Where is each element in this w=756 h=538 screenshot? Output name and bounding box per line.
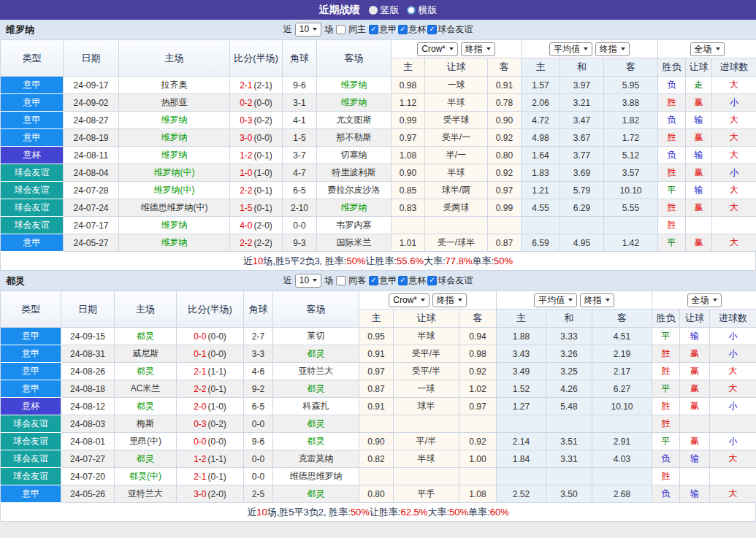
full-time-score: 2-1 xyxy=(239,80,253,91)
full-time-score: 1-0 xyxy=(239,168,253,178)
corner-score: 0-0 xyxy=(283,217,317,234)
chevron-down-icon xyxy=(458,299,462,301)
away-team: 都灵 xyxy=(273,433,359,450)
average-time-select[interactable]: 终指 xyxy=(580,293,614,307)
result-outcome: 负 xyxy=(652,450,680,468)
league-type-badge: 意甲 xyxy=(1,363,61,380)
handicap-home-odds: 0.80 xyxy=(359,485,394,503)
league-filter: 意杯 xyxy=(398,274,426,287)
avg-draw-odds: 5.48 xyxy=(546,398,592,415)
checkbox-checked-icon[interactable] xyxy=(398,276,408,285)
result-handicap: 赢 xyxy=(680,398,710,415)
checkbox-checked-icon[interactable] xyxy=(427,25,437,34)
avg-away-odds: 10.10 xyxy=(592,398,652,415)
result-goals xyxy=(710,415,756,433)
league-filter-label: 球会友谊 xyxy=(438,23,473,36)
match-date: 24-09-02 xyxy=(64,94,119,112)
result-handicap: 输 xyxy=(686,147,712,164)
games-label: 场 xyxy=(324,23,333,36)
league-filter-label: 意杯 xyxy=(408,23,426,36)
same-away-checkbox[interactable] xyxy=(336,276,345,285)
layout-option-selected[interactable]: 竖版 xyxy=(369,4,400,17)
full-time-score: 2-2 xyxy=(239,185,253,196)
average-time-value: 终指 xyxy=(584,295,602,305)
recent-results-table-torino: 类型 日期 主场 比分(半场) 角球 客场 Crow* 终指 平均值 终指 xyxy=(0,291,756,503)
handicap-time-value: 终指 xyxy=(465,44,483,54)
home-team: 都灵 xyxy=(115,450,177,468)
layout-option-unselected[interactable]: 横版 xyxy=(407,4,438,17)
same-home-checkbox[interactable] xyxy=(336,25,345,34)
away-team: 维罗纳 xyxy=(317,199,392,217)
avg-away-odds xyxy=(604,217,658,234)
half-time-score: (2-0) xyxy=(207,489,227,499)
match-count-select[interactable]: 10 xyxy=(295,274,321,288)
chevron-down-icon xyxy=(716,47,720,50)
corner-score: 1-5 xyxy=(283,129,317,147)
league-type-badge: 意甲 xyxy=(1,485,61,503)
filter-bar: 维罗纳 近 10 场 同主 意甲意杯球会友谊 xyxy=(0,20,756,39)
table-row: 意甲24-08-31威尼斯0-1(0-0)3-3都灵0.91受平/半0.983.… xyxy=(1,345,756,363)
average-time-select[interactable]: 终指 xyxy=(595,42,630,56)
full-time-score: 2-2 xyxy=(193,384,207,394)
score-cell: 3-0(2-0) xyxy=(177,485,244,503)
handicap-line: 一球 xyxy=(394,380,459,398)
checkbox-checked-icon[interactable] xyxy=(369,25,378,34)
handicap-line: 平手 xyxy=(394,485,459,503)
handicap-away-odds: 1.08 xyxy=(459,485,497,503)
subcol-avg-home: 主 xyxy=(522,58,560,77)
match-count-select[interactable]: 10 xyxy=(295,23,321,36)
bookmaker-select[interactable]: Crow* xyxy=(417,42,458,56)
filter-controls: 近 10 场 同主 意甲意杯球会友谊 xyxy=(283,23,473,36)
checkbox-checked-icon[interactable] xyxy=(398,25,408,34)
home-team: 都灵(中) xyxy=(115,468,177,485)
avg-draw-odds: 6.29 xyxy=(560,199,604,217)
avg-home-odds: 2.52 xyxy=(497,485,546,503)
handicap-time-select[interactable]: 终指 xyxy=(461,42,495,56)
away-team: 韦罗内塞 xyxy=(317,217,392,234)
avg-away-odds: 5.95 xyxy=(604,77,658,94)
corner-score: 6-5 xyxy=(283,182,317,199)
match-date: 24-08-26 xyxy=(61,363,115,380)
handicap-time-select[interactable]: 终指 xyxy=(432,293,467,307)
handicap-away-odds: 1.00 xyxy=(459,450,497,468)
avg-home-odds: 2.14 xyxy=(497,433,546,450)
league-filters: 意甲意杯球会友谊 xyxy=(369,23,473,36)
summary-stat-value: 77.8% xyxy=(446,255,473,266)
full-time-score: 2-2 xyxy=(239,238,253,248)
checkbox-checked-icon[interactable] xyxy=(427,276,437,285)
average-select[interactable]: 平均值 xyxy=(549,42,592,56)
league-filter: 球会友谊 xyxy=(427,274,473,287)
score-cell: 2-2(0-1) xyxy=(177,380,244,398)
avg-home-odds: 1.21 xyxy=(522,182,560,199)
avg-away-odds xyxy=(592,415,652,433)
filter-controls: 近 10 场 同客 意甲意杯球会友谊 xyxy=(283,274,473,288)
result-goals: 小 xyxy=(710,328,756,345)
same-away-label: 同客 xyxy=(348,274,366,287)
result-goals: 大 xyxy=(712,77,756,94)
half-time-score: (0-0) xyxy=(253,98,273,108)
result-goals: 大 xyxy=(710,450,756,468)
col-header-type: 类型 xyxy=(1,291,61,328)
summary-stat-value: 62.5% xyxy=(401,507,428,518)
home-team: 维罗纳 xyxy=(119,147,230,164)
chevron-down-icon xyxy=(568,299,573,301)
summary-text: 单率: xyxy=(472,255,494,268)
avg-draw-odds: 3.69 xyxy=(560,164,604,182)
checkbox-checked-icon[interactable] xyxy=(369,276,378,285)
summary-stat-value: 50% xyxy=(351,507,370,518)
scope-select[interactable]: 全场 xyxy=(687,293,722,307)
match-date: 24-09-15 xyxy=(61,328,115,345)
scope-select[interactable]: 全场 xyxy=(690,42,725,56)
score-cell: 0-2(0-0) xyxy=(230,94,283,112)
result-outcome: 平 xyxy=(658,182,686,199)
subcol-avg-home: 主 xyxy=(497,310,546,328)
result-handicap: 赢 xyxy=(686,129,712,147)
handicap-home-odds: 0.95 xyxy=(359,328,394,345)
match-date: 24-07-28 xyxy=(64,182,119,199)
half-time-score: (0-0) xyxy=(207,349,227,359)
col-header-score: 比分(半场) xyxy=(230,40,283,77)
average-select[interactable]: 平均值 xyxy=(534,293,577,307)
handicap-away-odds: 0.94 xyxy=(459,328,497,345)
home-team: 里昂(中) xyxy=(115,433,177,450)
bookmaker-select[interactable]: Crow* xyxy=(389,293,429,307)
